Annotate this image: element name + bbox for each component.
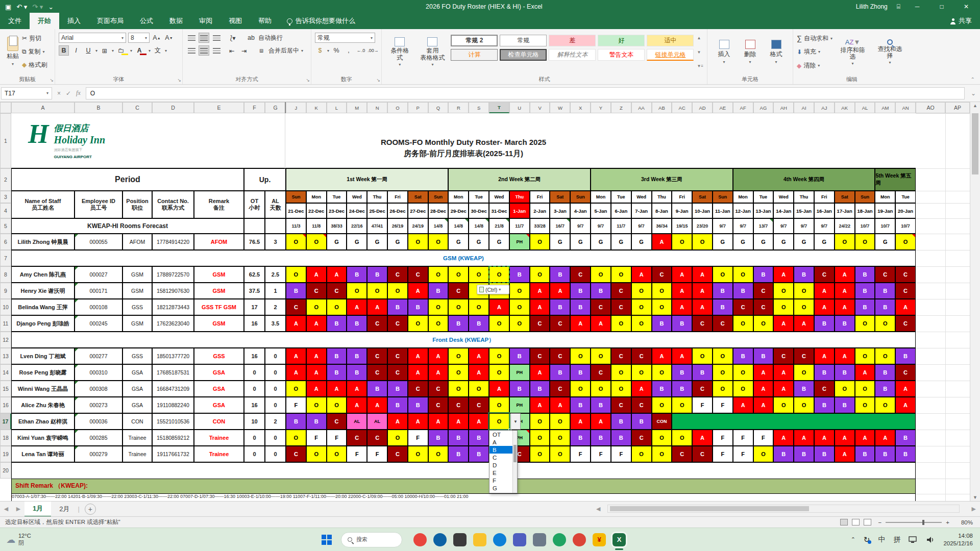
- staff-al[interactable]: 2.5: [265, 266, 286, 283]
- forecast-cell[interactable]: 11/7: [509, 218, 530, 234]
- shift-cell[interactable]: B: [875, 283, 895, 299]
- shift-cell[interactable]: C: [550, 348, 570, 364]
- staff-ot[interactable]: 0: [244, 381, 265, 397]
- shift-cell[interactable]: A: [835, 348, 855, 364]
- align-middle-icon[interactable]: [199, 33, 209, 43]
- forecast-cell[interactable]: 10/7: [895, 218, 916, 234]
- weather-widget[interactable]: ☁ 12°C 阴: [0, 533, 87, 546]
- staff-position[interactable]: GSA: [122, 397, 152, 413]
- shift-cell[interactable]: O: [550, 430, 570, 446]
- font-size-select[interactable]: 8▾: [128, 33, 150, 43]
- zoom-in-icon[interactable]: +: [946, 519, 949, 525]
- shift-cell[interactable]: B: [327, 364, 347, 381]
- tell-me-box[interactable]: 告诉我你想要做什么: [280, 13, 362, 29]
- staff-remark[interactable]: GSM: [194, 283, 244, 299]
- forecast-cell[interactable]: 23/20: [692, 218, 713, 234]
- shift-cell[interactable]: C: [530, 315, 550, 332]
- shift-cell[interactable]: B: [753, 348, 774, 364]
- staff-id[interactable]: 000310: [75, 364, 122, 381]
- staff-name[interactable]: Amy Chen 陈孔燕: [11, 266, 75, 283]
- shift-cell[interactable]: B: [509, 381, 530, 397]
- shift-cell[interactable]: B: [570, 364, 591, 381]
- shift-cell[interactable]: CON: [652, 413, 672, 430]
- taskbar-teams-app[interactable]: [513, 533, 526, 546]
- shift-cell[interactable]: A: [387, 413, 408, 430]
- shift-cell[interactable]: B: [814, 397, 835, 413]
- shift-cell[interactable]: C: [895, 283, 916, 299]
- shift-cell[interactable]: O: [611, 266, 631, 283]
- shift-cell[interactable]: B: [469, 315, 489, 332]
- increase-indent-icon[interactable]: ⇥: [239, 45, 249, 56]
- row-header-12[interactable]: 12: [0, 332, 11, 348]
- sheet-nav-right-icon[interactable]: ▶: [12, 506, 24, 512]
- column-header-AJ[interactable]: AJ: [814, 102, 835, 113]
- forecast-cell[interactable]: 33/28: [530, 218, 550, 234]
- conditional-formatting-button[interactable]: 条件格式▾: [385, 32, 414, 72]
- shift-cell[interactable]: B: [327, 315, 347, 332]
- shift-cell[interactable]: C: [448, 397, 469, 413]
- shift-cell[interactable]: B: [570, 283, 591, 299]
- shift-cell[interactable]: B: [448, 446, 469, 462]
- row-header-6[interactable]: 6: [0, 234, 11, 250]
- shift-cell[interactable]: A: [692, 283, 713, 299]
- shift-cell[interactable]: B: [347, 348, 367, 364]
- column-header-G[interactable]: G: [265, 102, 286, 113]
- shift-cell[interactable]: O: [489, 397, 509, 413]
- staff-al[interactable]: 3: [265, 234, 286, 250]
- shift-cell[interactable]: G: [814, 234, 835, 250]
- shift-cell[interactable]: C: [428, 397, 449, 413]
- increase-font-icon[interactable]: A▲: [152, 33, 162, 43]
- bold-button[interactable]: B: [59, 45, 69, 56]
- tab-help[interactable]: 帮助: [250, 13, 280, 29]
- shift-cell[interactable]: O: [530, 430, 550, 446]
- shift-cell[interactable]: O: [733, 381, 753, 397]
- decrease-decimal-icon[interactable]: .00→: [368, 45, 378, 56]
- staff-ot[interactable]: 37.5: [244, 283, 265, 299]
- taskbar-edge-browser[interactable]: [493, 533, 506, 546]
- shift-cell[interactable]: C: [611, 299, 631, 315]
- shift-cell[interactable]: O: [327, 446, 347, 462]
- staff-name[interactable]: Alice Zhu 朱春艳: [11, 397, 75, 413]
- name-box[interactable]: T17▾: [1, 87, 52, 99]
- shift-cell[interactable]: A: [895, 397, 916, 413]
- style-neutral[interactable]: 适中: [647, 35, 694, 46]
- shift-cell[interactable]: C: [814, 381, 835, 397]
- shift-cell[interactable]: C: [895, 266, 916, 283]
- tab-page-layout[interactable]: 页面布局: [89, 13, 132, 29]
- shift-cell[interactable]: O: [794, 364, 814, 381]
- staff-ot[interactable]: 16: [244, 397, 265, 413]
- staff-contact[interactable]: 15812907630: [152, 283, 194, 299]
- shift-cell[interactable]: B: [895, 430, 916, 446]
- shift-cell[interactable]: O: [286, 266, 306, 283]
- shift-cell[interactable]: A: [367, 299, 387, 315]
- shift-cell[interactable]: B: [773, 446, 794, 462]
- row-header-3[interactable]: 3: [0, 191, 11, 203]
- shift-cell[interactable]: C: [631, 430, 652, 446]
- zoom-level[interactable]: 80%: [955, 519, 973, 525]
- shift-cell[interactable]: B: [408, 397, 428, 413]
- shift-cell[interactable]: O: [591, 381, 611, 397]
- row-header-2[interactable]: 2: [0, 168, 11, 191]
- shift-cell[interactable]: A: [814, 299, 835, 315]
- orientation-icon[interactable]: ⟅▾: [228, 33, 238, 43]
- redo-icon[interactable]: ↷ ▾: [32, 3, 43, 11]
- merge-center-label[interactable]: 合并后居中: [268, 46, 299, 55]
- staff-remark[interactable]: GSS TF GSM: [194, 299, 244, 315]
- shift-cell[interactable]: C: [530, 348, 550, 364]
- shift-cell[interactable]: A: [631, 381, 652, 397]
- shift-cell[interactable]: A: [835, 446, 855, 462]
- staff-name[interactable]: Lena Tan 谭玲丽: [11, 446, 75, 462]
- shift-cell[interactable]: O: [855, 397, 875, 413]
- shift-cell[interactable]: O: [530, 413, 550, 430]
- normal-view-icon[interactable]: [840, 519, 848, 525]
- shift-cell[interactable]: O: [652, 430, 672, 446]
- borders-icon[interactable]: ⊞: [100, 45, 110, 56]
- staff-contact[interactable]: 17623623040: [152, 315, 194, 332]
- shift-cell[interactable]: A: [327, 266, 347, 283]
- shift-cell[interactable]: A: [347, 397, 367, 413]
- shift-cell[interactable]: O: [855, 234, 875, 250]
- shift-cell[interactable]: A: [835, 430, 855, 446]
- shift-cell[interactable]: B: [753, 266, 774, 283]
- shift-cell[interactable]: O: [306, 397, 327, 413]
- maximize-button[interactable]: □: [934, 3, 949, 10]
